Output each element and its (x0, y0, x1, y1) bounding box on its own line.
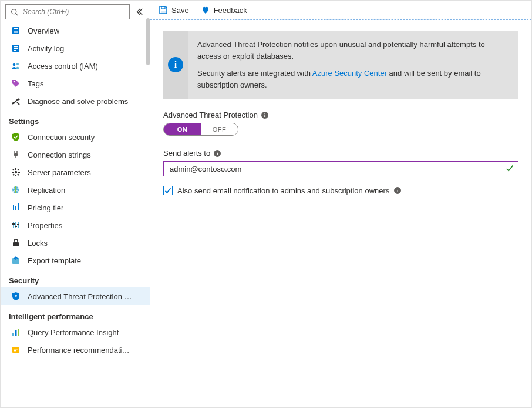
sidebar-nav[interactable]: OverviewActivity logAccess control (IAM)… (1, 22, 150, 407)
activity-icon (11, 44, 21, 53)
sidebar-item-label: Advanced Threat Protection … (28, 292, 132, 301)
sidebar-item-label: Server parameters (28, 168, 91, 177)
svg-rect-30 (12, 223, 15, 225)
tags-icon (11, 79, 21, 88)
sidebar-item-params[interactable]: Server parameters (1, 163, 150, 181)
sidebar-item-label: Diagnose and solve problems (28, 97, 128, 106)
sidebar-item-locks[interactable]: Locks (1, 234, 150, 252)
also-send-label: Also send email notification to admins a… (177, 186, 389, 195)
save-button[interactable]: Save (159, 5, 189, 15)
plug-icon (11, 150, 21, 159)
info-icon-cell: i (163, 31, 188, 99)
search-box[interactable] (5, 4, 130, 19)
svg-line-20 (18, 169, 19, 170)
svg-point-0 (12, 9, 16, 14)
feedback-label: Feedback (214, 6, 247, 15)
save-icon (159, 5, 168, 15)
section-header: Security (1, 269, 150, 287)
sidebar-item-connsec[interactable]: Connection security (1, 128, 150, 146)
sidebar-item-props[interactable]: Properties (1, 216, 150, 234)
sidebar-item-diagnose[interactable]: Diagnose and solve problems (1, 92, 150, 110)
sidebar-item-qpi[interactable]: Query Performance Insight (1, 323, 150, 341)
svg-rect-12 (14, 153, 18, 156)
sidebar-item-label: Activity log (28, 44, 64, 53)
security-center-link[interactable]: Azure Security Center (312, 69, 387, 78)
pricing-icon (11, 203, 21, 212)
svg-rect-36 (12, 333, 14, 336)
also-send-checkbox[interactable] (163, 186, 173, 195)
svg-rect-39 (12, 347, 19, 353)
svg-rect-25 (15, 206, 16, 210)
svg-rect-40 (14, 349, 18, 349)
svg-rect-41 (14, 350, 16, 351)
sidebar-item-activity[interactable]: Activity log (1, 39, 150, 57)
feedback-button[interactable]: Feedback (201, 5, 247, 15)
svg-rect-23 (15, 186, 16, 193)
collapse-sidebar-button[interactable] (133, 6, 145, 18)
sidebar-item-export[interactable]: Export template (1, 252, 150, 269)
diagnose-icon (11, 96, 21, 106)
svg-point-9 (13, 63, 16, 66)
sidebar-item-tags[interactable]: Tags (1, 75, 150, 92)
content: i Advanced Threat Protection notifies up… (150, 20, 531, 407)
sidebar-item-iam[interactable]: Access control (IAM) (1, 57, 150, 75)
sidebar-item-perfrec[interactable]: Performance recommendati… (1, 341, 150, 359)
svg-rect-6 (14, 46, 18, 47)
svg-rect-4 (14, 31, 18, 33)
atp-toggle[interactable]: ON OFF (163, 123, 238, 136)
sidebar-item-label: Query Performance Insight (28, 328, 119, 337)
lock-icon (11, 238, 21, 248)
svg-rect-38 (18, 329, 19, 336)
toggle-off[interactable]: OFF (201, 123, 238, 135)
sidebar-item-repl[interactable]: Replication (1, 181, 150, 199)
sidebar-item-tier[interactable]: Pricing tier (1, 199, 150, 216)
sidebar-item-label: Connection security (28, 133, 95, 142)
info-icon: i (168, 57, 183, 72)
toolbar: Save Feedback (150, 1, 531, 20)
svg-rect-8 (14, 50, 16, 51)
svg-rect-43 (161, 11, 166, 14)
globe-icon (11, 185, 21, 195)
svg-point-35 (15, 295, 17, 297)
svg-point-13 (15, 171, 17, 173)
send-alerts-input[interactable] (163, 161, 518, 176)
sidebar-item-label: Export template (28, 256, 81, 265)
svg-rect-28 (15, 222, 16, 228)
send-alerts-label: Send alerts to i (163, 149, 518, 158)
sidebar-item-connstr[interactable]: Connection strings (1, 146, 150, 163)
chart-icon (11, 327, 21, 337)
info-dot-icon[interactable]: i (394, 187, 401, 194)
svg-rect-27 (13, 222, 14, 228)
svg-rect-24 (13, 205, 14, 210)
sidebar-item-label: Performance recommendati… (28, 346, 129, 355)
banner-line1: Advanced Threat Protection notifies upon… (197, 39, 509, 62)
save-label: Save (171, 6, 189, 15)
recommend-icon (11, 345, 21, 355)
svg-rect-7 (14, 48, 18, 49)
banner-line2: Security alerts are integrated with Azur… (197, 68, 509, 91)
shield-blue-icon (11, 292, 21, 301)
sidebar-item-overview[interactable]: Overview (1, 22, 150, 39)
sidebar-item-atp[interactable]: Advanced Threat Protection … (1, 287, 150, 305)
sidebar-item-label: Locks (28, 239, 48, 248)
shield-green-icon (11, 132, 21, 142)
toggle-on[interactable]: ON (164, 123, 201, 135)
search-row (1, 1, 150, 22)
iam-icon (11, 61, 21, 71)
svg-rect-33 (13, 242, 19, 246)
info-dot-icon[interactable]: i (261, 112, 268, 119)
gear-icon (11, 168, 21, 177)
search-input[interactable] (22, 7, 124, 16)
export-icon (11, 256, 21, 265)
sidebar-item-label: Connection strings (28, 151, 91, 159)
main-pane: Save Feedback i Advanced Threat Protecti… (150, 1, 531, 407)
sidebar-item-label: Access control (IAM) (28, 62, 98, 71)
sidebar: OverviewActivity logAccess control (IAM)… (1, 1, 150, 407)
svg-line-1 (16, 13, 18, 15)
app-frame: OverviewActivity logAccess control (IAM)… (0, 0, 532, 408)
properties-icon (11, 220, 21, 230)
info-dot-icon[interactable]: i (214, 150, 221, 157)
also-send-row: Also send email notification to admins a… (163, 186, 518, 195)
svg-point-10 (16, 63, 19, 65)
svg-rect-3 (14, 28, 18, 29)
